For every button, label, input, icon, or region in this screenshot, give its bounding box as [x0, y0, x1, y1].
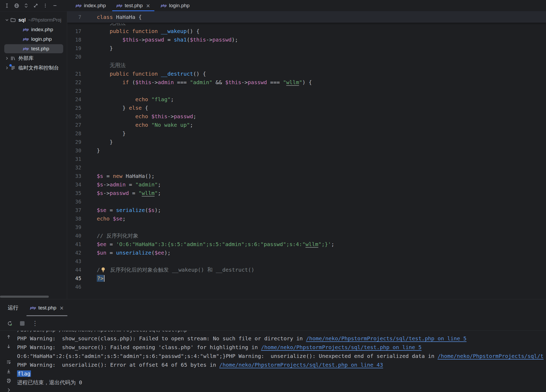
code-text[interactable]: echo "No wake up"; [97, 121, 546, 129]
code-text[interactable] [97, 52, 546, 61]
code-text[interactable]: 无用法 [97, 61, 546, 70]
line-number[interactable]: 17 [67, 27, 97, 35]
scroll-to-end-icon[interactable] [6, 369, 11, 374]
code-line-23[interactable]: 23 [67, 87, 546, 95]
stop-icon[interactable] [20, 321, 25, 326]
file-link[interactable]: /home/neko/PhpstormProjects/sql/test.php… [219, 362, 383, 368]
code-text[interactable]: 无用法 [97, 23, 546, 27]
tab-index.php[interactable]: phpindex.php [71, 0, 110, 11]
line-number[interactable]: 26 [67, 112, 97, 121]
line-number[interactable]: 23 [67, 87, 97, 95]
nav-up-down-icon[interactable] [23, 3, 29, 8]
line-number[interactable]: 27 [67, 121, 97, 129]
code-line-37[interactable]: 37$se = serialize($s); [67, 206, 546, 214]
line-number[interactable]: 45 [67, 274, 97, 283]
code-text[interactable]: // 反序列化对象 [97, 231, 546, 240]
code-line-34[interactable]: 34$s->admin = "admin"; [67, 180, 546, 189]
line-number[interactable]: 34 [67, 180, 97, 189]
code-text[interactable]: echo "flag"; [97, 95, 546, 104]
line-number[interactable]: 38 [67, 214, 97, 223]
line-number[interactable]: 36 [67, 197, 97, 206]
code-text[interactable]: } [97, 138, 546, 146]
code-line-20[interactable]: 20 [67, 52, 546, 61]
sidebar-item-login.php[interactable]: phplogin.php [0, 34, 67, 44]
line-number[interactable]: 28 [67, 129, 97, 138]
code-text[interactable] [97, 197, 546, 206]
code-text[interactable] [97, 87, 546, 95]
file-link[interactable]: /home/neko/PhpstormProjects/sql/t [437, 353, 543, 359]
line-number[interactable]: 44 [67, 266, 97, 274]
code-text[interactable] [97, 283, 546, 291]
code-line-17[interactable]: 17 public function __wakeup() { [67, 27, 546, 35]
code-line-44[interactable]: 44/ 反序列化后的对象会触发 __wakeup() 和 __destruct(… [67, 266, 546, 274]
code-text[interactable]: } [97, 129, 546, 138]
tab-login.php[interactable]: phplogin.php [156, 0, 194, 11]
line-number[interactable]: 31 [67, 155, 97, 163]
run-tab-test-php[interactable]: php test.php × [26, 299, 67, 316]
code-text[interactable]: echo $se; [97, 214, 546, 223]
text-cursor-icon[interactable] [4, 3, 10, 8]
code-editor[interactable]: 7 class HaHaHa { 无用法17 public function _… [67, 11, 546, 299]
code-text[interactable]: } [97, 146, 546, 155]
code-line-31[interactable]: 31 [67, 155, 546, 163]
line-number[interactable]: 19 [67, 44, 97, 52]
code-line-18[interactable]: 18 $this->passwd = sha1($this->passwd); [67, 35, 546, 44]
line-number[interactable]: 46 [67, 283, 97, 291]
code-line-21[interactable]: 21 public function __destruct() { [67, 70, 546, 78]
code-text[interactable]: echo $this->passwd; [97, 112, 546, 121]
code-line-45[interactable]: 45?> [67, 274, 546, 283]
code-line-29[interactable]: 29 } [67, 138, 546, 146]
line-number[interactable]: 20 [67, 52, 97, 61]
code-text[interactable]: $se = serialize($s); [97, 206, 546, 214]
line-number[interactable]: 37 [67, 206, 97, 214]
line-number[interactable]: 18 [67, 35, 97, 44]
code-text[interactable]: if ($this->admin === "admin" && $this->p… [97, 78, 546, 87]
line-number[interactable]: 33 [67, 172, 97, 180]
run-console[interactable]: /usr/bin/php /home/neko/PhpstormProjects… [17, 331, 546, 392]
code-text[interactable]: class HaHaHa { [97, 14, 546, 20]
expand-diagonal-icon[interactable] [33, 3, 38, 8]
code-text[interactable]: $ee = 'O:6:"HaHaHa":3:{s:5:"admin";s:5:"… [97, 240, 546, 248]
close-tab-icon[interactable]: × [59, 305, 64, 311]
globe-icon[interactable] [14, 3, 19, 8]
code-line-27[interactable]: 27 echo "No wake up"; [67, 121, 546, 129]
code-line-42[interactable]: 42$un = unserialize($ee); [67, 248, 546, 257]
sticky-line[interactable]: 7 class HaHaHa { [67, 11, 546, 23]
code-text[interactable]: $s->admin = "admin"; [97, 180, 546, 189]
minimize-icon[interactable] [52, 3, 58, 8]
sidebar-item-test.php[interactable]: phptest.php [0, 44, 67, 54]
line-number[interactable]: 29 [67, 138, 97, 146]
file-link[interactable]: /home/neko/PhpstormProjects/sql/test.php… [306, 335, 467, 342]
code-line-33[interactable]: 33$s = new HaHaHa(); [67, 172, 546, 180]
line-number[interactable]: 42 [67, 248, 97, 257]
code-line-25[interactable]: 25 } else { [67, 104, 546, 112]
code-text[interactable]: public function __destruct() { [97, 70, 546, 78]
line-number[interactable]: 32 [67, 163, 97, 172]
code-text[interactable]: public function __wakeup() { [97, 27, 546, 35]
chevron-down-icon[interactable] [4, 18, 10, 22]
line-number[interactable]: 21 [67, 70, 97, 78]
sidebar-item-外部库[interactable]: 外部库 [0, 54, 67, 63]
chevron-right-icon[interactable] [4, 56, 10, 61]
code-line-comment[interactable]: 无用法 [67, 23, 546, 27]
code-line-24[interactable]: 24 echo "flag"; [67, 95, 546, 104]
code-line-40[interactable]: 40// 反序列化对象 [67, 231, 546, 240]
down-icon[interactable] [6, 344, 11, 349]
line-number[interactable]: 22 [67, 78, 97, 87]
file-link[interactable]: /home/neko/PhpstormProjects/sql/test.php… [261, 344, 421, 350]
code-text[interactable] [97, 257, 546, 266]
code-text[interactable]: $un = unserialize($ee); [97, 248, 546, 257]
code-text[interactable]: / 反序列化后的对象会触发 __wakeup() 和 __destruct() [97, 266, 546, 274]
code-text[interactable]: $this->passwd = sha1($this->passwd); [97, 35, 546, 44]
rerun-icon[interactable] [7, 321, 13, 326]
code-text[interactable]: } [97, 44, 546, 52]
soft-wrap-icon[interactable] [6, 360, 11, 365]
intention-bulb-icon[interactable] [100, 267, 106, 273]
code-line-43[interactable]: 43 [67, 257, 546, 266]
code-line-39[interactable]: 39 [67, 223, 546, 231]
print-icon[interactable] [6, 378, 11, 383]
line-number[interactable]: 25 [67, 104, 97, 112]
line-number[interactable]: 40 [67, 231, 97, 240]
code-text[interactable]: $s->passwd = "wllm"; [97, 189, 546, 197]
code-line-38[interactable]: 38echo $se; [67, 214, 546, 223]
